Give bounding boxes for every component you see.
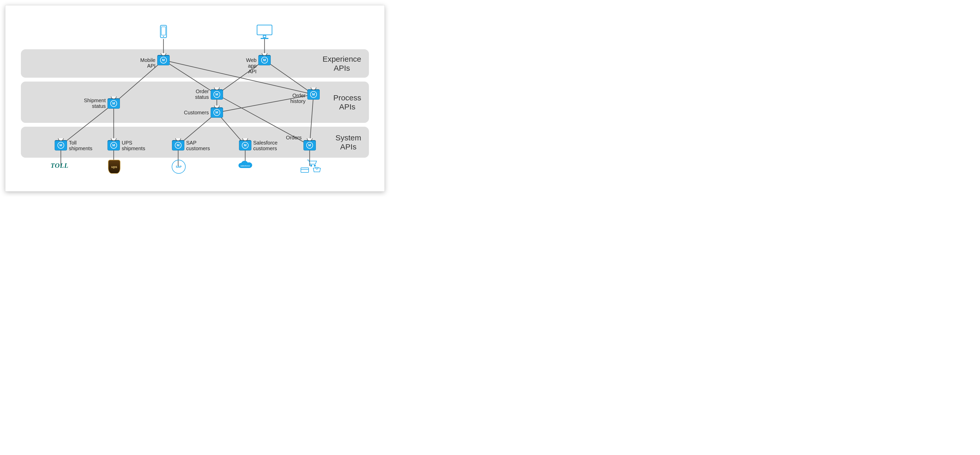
experience-layer-label: Experience APIs bbox=[323, 55, 361, 72]
mulesoft-icon bbox=[158, 55, 169, 65]
mulesoft-icon bbox=[108, 140, 119, 150]
svg-point-22 bbox=[163, 36, 164, 37]
system-layer-label: System APIs bbox=[336, 133, 361, 151]
customers-label: Customers bbox=[184, 110, 209, 115]
ups-logo-icon: ups bbox=[108, 160, 120, 174]
orders-api-label: Orders bbox=[286, 135, 302, 140]
mulesoft-icon bbox=[172, 140, 184, 150]
salesforce-cloud-icon: salesforce bbox=[237, 160, 253, 172]
svg-point-28 bbox=[314, 165, 316, 166]
mulesoft-icon bbox=[108, 99, 119, 109]
ups-shipments-node: UPS shipments bbox=[108, 140, 119, 150]
customers-node: Customers bbox=[211, 108, 223, 117]
shipment-status-label: Shipment status bbox=[84, 97, 106, 109]
mulesoft-icon bbox=[308, 89, 320, 99]
sap-logo-icon: SAP bbox=[172, 160, 186, 174]
order-status-node: Order status bbox=[211, 89, 223, 99]
orders-api-node: Orders bbox=[304, 140, 316, 150]
order-status-label: Order status bbox=[195, 88, 209, 100]
mulesoft-icon bbox=[211, 89, 223, 99]
api-led-diagram: Experience APIs Process APIs System APIs… bbox=[5, 5, 385, 192]
ups-shipments-label: UPS shipments bbox=[122, 140, 145, 151]
sap-customers-node: SAP customers bbox=[172, 140, 184, 150]
mulesoft-icon bbox=[259, 55, 270, 65]
svg-rect-21 bbox=[161, 27, 165, 35]
svg-rect-24 bbox=[263, 35, 266, 37]
experience-layer-band: Experience APIs bbox=[21, 49, 369, 78]
mulesoft-icon bbox=[211, 108, 223, 117]
svg-rect-25 bbox=[261, 38, 269, 39]
shipment-status-node: Shipment status bbox=[108, 99, 119, 109]
mulesoft-icon bbox=[304, 140, 316, 150]
toll-logo-icon: TOLL bbox=[51, 162, 68, 169]
order-history-label: Order history bbox=[290, 93, 305, 104]
process-layer-label: Process APIs bbox=[333, 93, 361, 111]
process-layer-band: Process APIs bbox=[21, 81, 369, 123]
mobile-device-icon bbox=[158, 25, 169, 42]
desktop-monitor-icon bbox=[256, 24, 274, 42]
toll-shipments-label: Toll shipments bbox=[69, 140, 92, 151]
salesforce-customers-label: Salesforce customers bbox=[253, 140, 278, 151]
order-history-node: Order history bbox=[308, 89, 320, 99]
sap-customers-label: SAP customers bbox=[186, 140, 210, 151]
mobile-api-label: Mobile API bbox=[140, 57, 156, 69]
mobile-api-node: Mobile API bbox=[158, 55, 169, 65]
svg-point-27 bbox=[311, 165, 312, 166]
mulesoft-icon bbox=[55, 140, 67, 150]
salesforce-customers-node: Salesforce customers bbox=[239, 140, 251, 150]
orders-commerce-icon bbox=[299, 159, 323, 174]
svg-rect-23 bbox=[257, 25, 272, 35]
svg-text:salesforce: salesforce bbox=[240, 164, 250, 167]
svg-rect-29 bbox=[301, 168, 309, 172]
web-api-node: Web app API bbox=[259, 55, 270, 65]
web-api-label: Web app API bbox=[246, 57, 256, 74]
toll-shipments-node: Toll shipments bbox=[55, 140, 67, 150]
mulesoft-icon bbox=[239, 140, 251, 150]
